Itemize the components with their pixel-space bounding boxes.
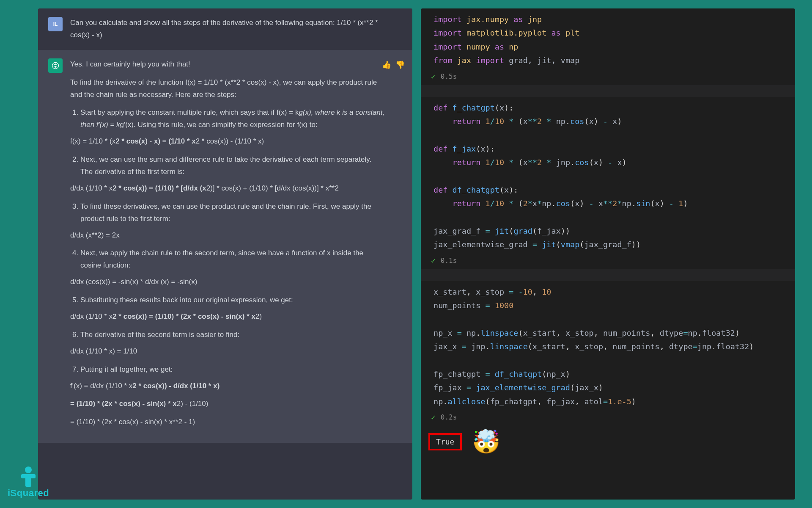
assistant-para1: To find the derivative of the function f… — [70, 77, 385, 101]
user-avatar: IL — [48, 17, 63, 31]
notebook-panel: import jax.numpy as jnp import matplotli… — [421, 8, 795, 500]
cell-3-output-row: True 🤯 — [421, 426, 795, 459]
check-icon: ✓ — [431, 256, 436, 265]
steps-list-5: Substituting these results back into our… — [70, 294, 385, 306]
code-cell-1[interactable]: import jax.numpy as jnp import matplotli… — [421, 8, 795, 70]
cell-3-status: ✓ 0.2s — [421, 411, 795, 426]
thumbs-up-icon[interactable]: 👍 — [382, 58, 391, 72]
assistant-message-body: Yes, I can certainly help you with that!… — [70, 58, 402, 434]
cell-1-time: 0.5s — [441, 72, 457, 80]
steps-list-2: Next, we can use the sum and difference … — [70, 154, 385, 178]
step-4: Next, we apply the chain rule to the sec… — [80, 247, 385, 272]
step-1: Start by applying the constant multiple … — [80, 107, 385, 131]
eq-6: d/dx (1/10 * x) = 1/10 — [70, 345, 385, 358]
chat-message-user: IL Can you calculate and show all the st… — [38, 8, 412, 50]
steps-list-4: Next, we apply the chain rule to the sec… — [70, 247, 385, 272]
check-icon: ✓ — [431, 413, 436, 422]
step-5: Substituting these results back into our… — [80, 294, 385, 306]
steps-list: Start by applying the constant multiple … — [70, 107, 385, 131]
step-3: To find these derivatives, we can use th… — [80, 201, 385, 225]
cell-2-time: 0.1s — [441, 257, 457, 265]
user-text: Can you calculate and show all the steps… — [70, 19, 378, 39]
assistant-intro: Yes, I can certainly help you with that! — [70, 58, 385, 71]
logo-figure-icon — [19, 467, 38, 486]
code-cell-2[interactable]: def f_chatgpt(x): return 1/10 * (x**2 * … — [421, 97, 795, 254]
isquared-logo: iSquared — [8, 467, 49, 499]
code-cell-3[interactable]: x_start, x_stop = -10, 10 num_points = 1… — [421, 281, 795, 411]
logo-text: iSquared — [8, 488, 49, 499]
mind-blown-icon: 🤯 — [472, 428, 500, 455]
eq-4: d/dx (cos(x)) = -sin(x) * d/dx (x) = -si… — [70, 276, 385, 288]
user-message-body: Can you calculate and show all the steps… — [70, 17, 402, 41]
check-icon: ✓ — [431, 72, 436, 81]
steps-list-7: Putting it all together, we get: — [70, 364, 385, 376]
cell-3-time: 0.2s — [441, 413, 457, 421]
cell-separator — [421, 85, 795, 97]
steps-list-3: To find these derivatives, we can use th… — [70, 201, 385, 225]
step-6: The derivative of the second term is eas… — [80, 329, 385, 341]
cell-separator — [421, 269, 795, 281]
openai-icon — [51, 61, 60, 70]
step-2: Next, we can use the sum and difference … — [80, 154, 385, 178]
eq-3: d/dx (x**2) = 2x — [70, 229, 385, 242]
eq-2: d/dx (1/10 * x2 * cos(x)) = (1/10) * [d/… — [70, 182, 385, 195]
chat-panel: IL Can you calculate and show all the st… — [38, 8, 412, 500]
cell-1-status: ✓ 0.5s — [421, 70, 795, 85]
svg-point-0 — [52, 62, 59, 69]
eq-5: d/dx (1/10 * x2 * cos(x)) = (1/10) * (2x… — [70, 311, 385, 323]
eq-1: f(x) = 1/10 * (x2 * cos(x) - x) = (1/10 … — [70, 135, 385, 148]
cell-2-status: ✓ 0.1s — [421, 254, 795, 269]
step-7: Putting it all together, we get: — [80, 364, 385, 376]
eq-7b: = (1/10) * (2x * cos(x) - sin(x) * x2) -… — [70, 398, 385, 410]
cell-3-output: True — [428, 433, 462, 450]
eq-7a: f'(x) = d/dx (1/10 * x2 * cos(x)) - d/dx… — [70, 380, 385, 392]
assistant-avatar — [48, 58, 63, 73]
chat-message-assistant: 👍 👎 Yes, I can certainly help you with t… — [38, 50, 412, 443]
eq-7c: = (1/10) * (2x * cos(x) - sin(x) * x**2 … — [70, 416, 385, 428]
steps-list-6: The derivative of the second term is eas… — [70, 329, 385, 341]
thumbs-down-icon[interactable]: 👎 — [395, 58, 405, 72]
feedback-buttons: 👍 👎 — [382, 58, 405, 72]
